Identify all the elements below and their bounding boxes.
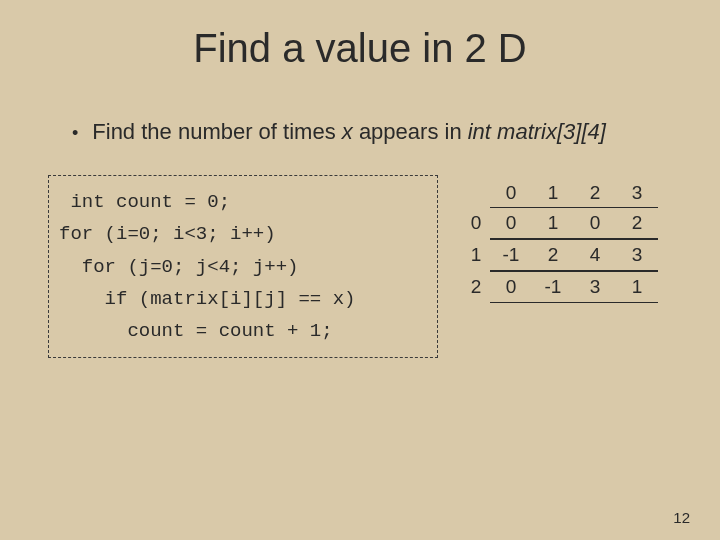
matrix-cell: 3 xyxy=(616,239,658,271)
slide-title: Find a value in 2 D xyxy=(0,0,720,71)
matrix-col-header: 0 xyxy=(490,179,532,207)
matrix-cell: -1 xyxy=(532,271,574,303)
matrix-col-header: 2 xyxy=(574,179,616,207)
page-number: 12 xyxy=(673,509,690,526)
matrix-cell: 0 xyxy=(490,207,532,239)
matrix-col-header: 3 xyxy=(616,179,658,207)
bullet-text: Find the number of times x appears in in… xyxy=(92,119,606,145)
matrix-row-header: 2 xyxy=(462,271,490,303)
matrix-col-header: 1 xyxy=(532,179,574,207)
matrix-cell: 0 xyxy=(490,271,532,303)
matrix-cell: 1 xyxy=(616,271,658,303)
matrix-cell: 2 xyxy=(532,239,574,271)
matrix-cell: 1 xyxy=(532,207,574,239)
matrix-row-header: 1 xyxy=(462,239,490,271)
matrix-row-header: 0 xyxy=(462,207,490,239)
matrix-cell: 2 xyxy=(616,207,658,239)
bullet-item: • Find the number of times x appears in … xyxy=(0,71,720,145)
matrix-cell: 0 xyxy=(574,207,616,239)
code-block: int count = 0; for (i=0; i<3; i++) for (… xyxy=(48,175,438,358)
matrix-cell: -1 xyxy=(490,239,532,271)
matrix-table: 0 1 2 3 0 0 1 0 2 1 -1 2 4 3 2 0 -1 3 1 xyxy=(462,179,658,303)
matrix-cell: 3 xyxy=(574,271,616,303)
matrix-corner xyxy=(462,179,490,207)
matrix-cell: 4 xyxy=(574,239,616,271)
bullet-dot: • xyxy=(72,124,78,142)
content-row: int count = 0; for (i=0; i<3; i++) for (… xyxy=(0,145,720,358)
